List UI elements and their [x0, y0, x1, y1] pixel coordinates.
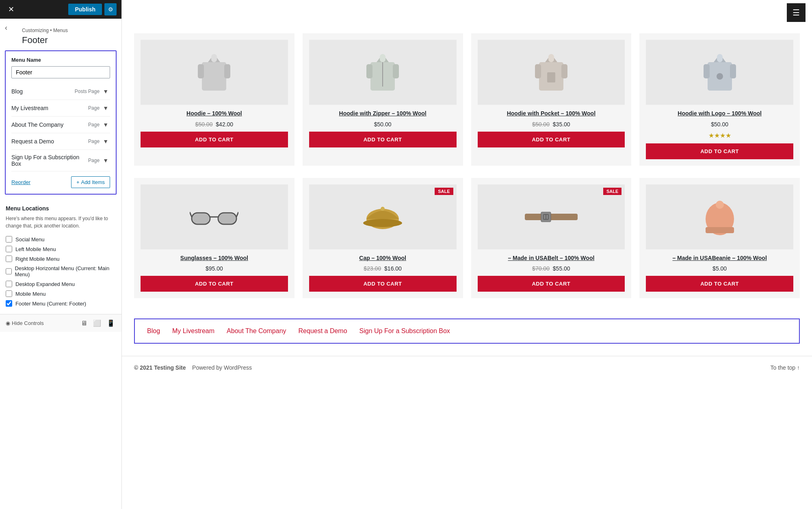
sidebar-top-actions: Publish ⚙: [68, 3, 117, 15]
footer-nav-subscription[interactable]: Sign Up For a Subscription Box: [359, 327, 450, 335]
original-price: $23.00: [364, 265, 381, 272]
back-button[interactable]: ‹: [3, 22, 9, 34]
product-title: Sunglasses – 100% Wool: [180, 254, 248, 262]
location-mobile-menu-checkbox[interactable]: [6, 290, 12, 297]
add-to-cart-button[interactable]: ADD TO CART: [478, 132, 625, 147]
publish-button[interactable]: Publish: [68, 4, 102, 15]
product-title: Hoodie with Logo – 100% Wool: [678, 110, 762, 118]
location-social-menu-label: Social Menu: [15, 236, 45, 243]
price: $50.00: [711, 121, 728, 128]
location-desktop-horizontal-label: Desktop Horizontal Menu (Current: Main M…: [15, 265, 116, 277]
location-desktop-horizontal: Desktop Horizontal Menu (Current: Main M…: [6, 264, 116, 279]
svg-rect-14: [535, 64, 541, 78]
location-social-menu: Social Menu: [6, 234, 116, 244]
footer-nav-livestream[interactable]: My Livestream: [172, 327, 214, 335]
add-to-cart-button[interactable]: ADD TO CART: [478, 276, 625, 292]
add-to-cart-button[interactable]: ADD TO CART: [141, 276, 288, 292]
original-price: $50.00: [195, 121, 213, 128]
product-price: $5.00: [712, 265, 727, 272]
reorder-button[interactable]: Reorder: [11, 179, 30, 185]
expand-menu-item-button[interactable]: ▼: [101, 104, 110, 112]
product-image: [141, 184, 288, 249]
location-left-mobile-checkbox[interactable]: [6, 246, 12, 252]
svg-rect-15: [561, 64, 567, 78]
expand-menu-item-button[interactable]: ▼: [101, 87, 110, 95]
product-price: $50.00: [711, 121, 728, 128]
add-to-cart-button[interactable]: ADD TO CART: [646, 143, 793, 159]
svg-rect-33: [525, 214, 578, 220]
beanie-image: [702, 197, 738, 237]
footer-nav-about[interactable]: About The Company: [227, 327, 286, 335]
svg-rect-13: [548, 54, 554, 62]
desktop-view-button[interactable]: 🖥: [80, 318, 88, 328]
product-card: Hoodie with Pocket – 100% Wool $50.00 $3…: [471, 33, 632, 166]
footer-copyright-block: © 2021 Testing Site Powered by WordPress: [134, 364, 252, 371]
hide-controls-button[interactable]: ◉ Hide Controls: [6, 320, 44, 326]
settings-button[interactable]: ⚙: [104, 3, 117, 15]
hamburger-button[interactable]: ☰: [787, 3, 806, 22]
menu-item-type: Page: [88, 158, 100, 163]
location-social-menu-checkbox[interactable]: [6, 236, 12, 243]
menu-item-right: Page ▼: [88, 156, 110, 165]
add-to-cart-button[interactable]: ADD TO CART: [141, 132, 288, 147]
svg-point-22: [717, 73, 723, 80]
menu-name-input[interactable]: [11, 66, 110, 78]
add-items-button[interactable]: + Add Items: [71, 176, 110, 188]
device-icons: 🖥 ⬜ 📱: [80, 318, 116, 328]
menu-locations-section: Menu Locations Here's where this menu ap…: [0, 199, 121, 314]
menu-locations-desc: Here's where this menu appears. If you'd…: [6, 215, 116, 230]
menu-item-right: Page ▼: [88, 137, 110, 145]
location-desktop-horizontal-checkbox[interactable]: [6, 268, 12, 275]
location-footer-menu-label: Footer Menu (Current: Footer): [15, 301, 86, 307]
svg-rect-16: [547, 72, 555, 82]
original-price: $50.00: [532, 121, 550, 128]
site-preview: ☰ Hoodie – 100% W: [122, 0, 812, 379]
menu-item-info: About The Company: [11, 121, 63, 128]
add-items-label: Add Items: [81, 179, 105, 185]
product-card: – Made in USABeanie – 100% Wool $5.00 AD…: [639, 178, 800, 299]
add-to-cart-button[interactable]: ADD TO CART: [309, 276, 457, 292]
location-mobile-menu: Mobile Menu: [6, 289, 116, 299]
sale-price: $55.00: [553, 265, 570, 272]
products-grid-row1: Hoodie – 100% Wool $50.00 $42.00 ADD TO …: [134, 33, 800, 166]
sale-badge: SALE: [603, 188, 621, 195]
location-footer-menu-checkbox[interactable]: [6, 300, 12, 307]
hoodie-image: [533, 52, 569, 93]
expand-menu-item-button[interactable]: ▼: [101, 156, 110, 165]
add-to-cart-button[interactable]: ADD TO CART: [309, 132, 457, 147]
svg-rect-2: [211, 54, 217, 62]
site-footer: © 2021 Testing Site Powered by WordPress…: [122, 356, 812, 379]
location-left-mobile: Left Mobile Menu: [6, 244, 116, 254]
expand-menu-item-button[interactable]: ▼: [101, 137, 110, 145]
products-grid-row2: Sunglasses – 100% Wool $95.00 ADD TO CAR…: [134, 178, 800, 299]
location-right-mobile-label: Right Mobile Menu: [15, 256, 59, 262]
product-title: – Made in USABelt – 100% Wool: [508, 254, 594, 262]
products-section: Hoodie – 100% Wool $50.00 $42.00 ADD TO …: [122, 25, 812, 318]
footer-nav-links: Blog My Livestream About The Company Req…: [147, 327, 787, 335]
location-desktop-expanded-checkbox[interactable]: [6, 281, 12, 287]
product-title: Hoodie with Zipper – 100% Wool: [339, 110, 427, 118]
footer-nav-blog[interactable]: Blog: [147, 327, 160, 335]
location-right-mobile-checkbox[interactable]: [6, 256, 12, 262]
close-button[interactable]: ✕: [5, 3, 17, 15]
product-price: $95.00: [206, 265, 223, 272]
svg-rect-38: [706, 227, 734, 233]
site-header-bar: ☰: [122, 0, 812, 25]
menu-item-name: My Livestream: [11, 105, 48, 111]
menu-item-right: Page ▼: [88, 121, 110, 129]
list-item: Request a Demo Page ▼: [11, 133, 110, 150]
footer-nav-demo[interactable]: Request a Demo: [299, 327, 347, 335]
svg-point-32: [381, 207, 385, 211]
menu-item-type: Posts Page: [75, 89, 100, 94]
svg-rect-7: [380, 54, 385, 62]
product-card: SALE Cap – 100% Wool $23.00 $16.00 AD: [303, 178, 463, 299]
expand-menu-item-button[interactable]: ▼: [101, 121, 110, 129]
mobile-view-button[interactable]: 📱: [106, 318, 116, 328]
to-top-link[interactable]: To the top ↑: [771, 364, 800, 371]
copyright-text: © 2021 Testing Site: [134, 364, 186, 371]
add-to-cart-button[interactable]: ADD TO CART: [646, 276, 793, 292]
menu-item-type: Page: [88, 139, 100, 144]
sidebar: ✕ Publish ⚙ ‹ Customizing • Menus Footer…: [0, 0, 122, 509]
product-title: Cap – 100% Wool: [359, 254, 406, 262]
tablet-view-button[interactable]: ⬜: [92, 318, 102, 328]
